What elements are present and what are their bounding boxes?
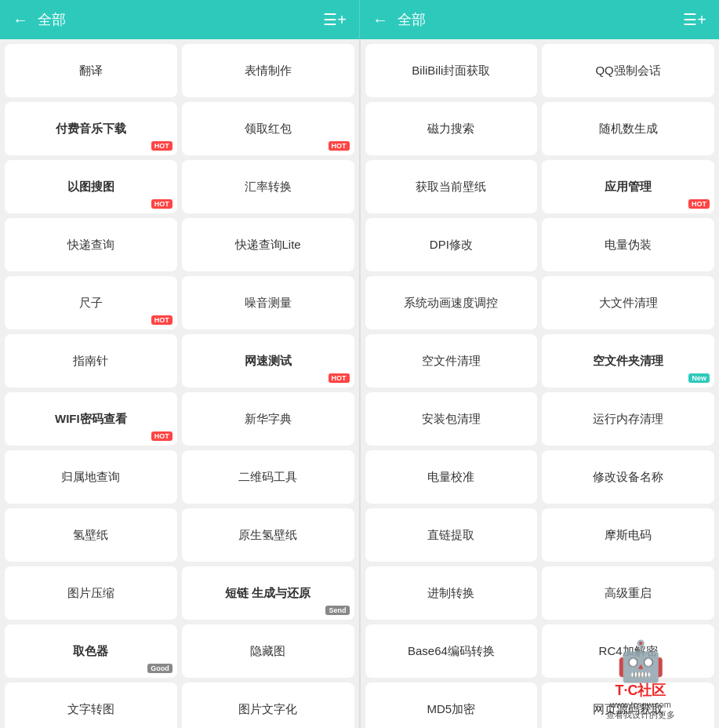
item-label: 付费音乐下载: [56, 121, 126, 136]
left-add-icon[interactable]: ☰+: [323, 10, 347, 29]
list-item[interactable]: 以图搜图HOT: [5, 160, 177, 213]
item-label: 噪音测量: [245, 295, 292, 311]
right-panel-header: ← 全部 ☰+: [359, 0, 719, 39]
item-label: 指南针: [73, 353, 108, 369]
list-item[interactable]: 归属地查询: [5, 450, 177, 504]
item-label: 安装包清理: [422, 411, 481, 427]
list-item[interactable]: 取色器Good: [5, 624, 177, 678]
list-item[interactable]: DPI修改: [365, 218, 538, 271]
list-item[interactable]: 电量校准: [365, 450, 538, 504]
main-content: 翻译表情制作付费音乐下载HOT领取红包HOT以图搜图HOT汇率转换快递查询快递查…: [0, 39, 719, 728]
list-item[interactable]: 噪音测量: [182, 276, 354, 329]
item-label: 翻译: [79, 63, 103, 78]
item-label: 系统动画速度调控: [404, 295, 498, 311]
list-item[interactable]: 大文件清理: [542, 276, 714, 329]
item-label: WIFI密码查看: [55, 411, 127, 427]
item-label: 直链提取: [427, 527, 474, 543]
right-add-icon[interactable]: ☰+: [683, 10, 706, 29]
list-item[interactable]: 快递查询Lite: [182, 218, 354, 271]
list-item[interactable]: 短链 生成与还原Send: [182, 566, 354, 620]
list-item[interactable]: 汇率转换: [182, 160, 354, 213]
badge: HOT: [151, 199, 172, 209]
left-panel-header: ← 全部 ☰+: [0, 0, 359, 39]
list-item[interactable]: BiliBili封面获取: [365, 44, 538, 97]
badge: HOT: [151, 141, 172, 151]
item-label: 汇率转换: [245, 179, 292, 195]
item-label: 进制转换: [427, 585, 474, 601]
top-bar: ← 全部 ☰+ ← 全部 ☰+: [0, 0, 719, 39]
list-item[interactable]: 运行内存清理: [542, 392, 714, 446]
list-item[interactable]: 原生氢壁纸: [182, 508, 354, 562]
list-item[interactable]: 修改设备名称: [542, 450, 714, 504]
badge: HOT: [151, 315, 172, 325]
right-back-icon[interactable]: ←: [372, 11, 388, 29]
item-label: DPI修改: [430, 237, 473, 253]
list-item[interactable]: 氢壁纸: [5, 508, 177, 562]
list-item[interactable]: 指南针: [5, 334, 177, 388]
item-label: 快递查询Lite: [235, 237, 301, 253]
left-back-icon[interactable]: ←: [13, 11, 28, 29]
badge: HOT: [329, 141, 350, 151]
item-label: 摩斯电码: [605, 527, 652, 543]
item-label: BiliBili封面获取: [412, 63, 490, 78]
list-item[interactable]: 表情制作: [182, 44, 354, 97]
list-item[interactable]: 电量伪装: [542, 218, 714, 271]
item-label: 图片文字化: [238, 701, 297, 717]
item-label: 磁力搜索: [427, 121, 474, 136]
item-label: 图片压缩: [67, 585, 114, 601]
item-label: 领取红包: [245, 121, 292, 136]
item-label: 修改设备名称: [593, 469, 663, 485]
item-label: 二维码工具: [238, 469, 297, 485]
badge: New: [688, 373, 710, 383]
list-item[interactable]: 图片文字化: [182, 682, 354, 728]
list-item[interactable]: 尺子HOT: [5, 276, 177, 329]
item-label: 原生氢壁纸: [238, 527, 297, 543]
list-item[interactable]: 高级重启: [542, 566, 714, 620]
list-item[interactable]: 翻译: [5, 44, 177, 97]
right-items-grid: BiliBili封面获取QQ强制会话磁力搜索随机数生成获取当前壁纸应用管理HOT…: [365, 44, 715, 728]
list-item[interactable]: QQ强制会话: [542, 44, 714, 97]
item-label: 电量校准: [427, 469, 474, 485]
list-item[interactable]: Base64编码转换: [365, 624, 538, 678]
left-panel-title: 全部: [38, 10, 66, 29]
item-label: RC4加解密: [599, 643, 658, 659]
list-item[interactable]: 空文件清理: [365, 334, 538, 388]
list-item[interactable]: WIFI密码查看HOT: [5, 392, 177, 446]
list-item[interactable]: 磁力搜索: [365, 102, 538, 155]
list-item[interactable]: 随机数生成: [542, 102, 714, 155]
list-item[interactable]: 文字转图: [5, 682, 177, 728]
list-item[interactable]: 网页源码获取: [542, 682, 714, 728]
item-label: MD5加密: [427, 701, 476, 717]
list-item[interactable]: 系统动画速度调控: [365, 276, 538, 329]
badge: HOT: [688, 199, 710, 209]
list-item[interactable]: 新华字典: [182, 392, 354, 446]
list-item[interactable]: RC4加解密: [542, 624, 714, 678]
badge: HOT: [329, 373, 350, 383]
list-item[interactable]: 安装包清理: [365, 392, 538, 446]
list-item[interactable]: 领取红包HOT: [182, 102, 354, 155]
item-label: 大文件清理: [599, 295, 658, 311]
list-item[interactable]: 图片压缩: [5, 566, 177, 620]
list-item[interactable]: 付费音乐下载HOT: [5, 102, 177, 155]
list-item[interactable]: 二维码工具: [182, 450, 354, 504]
list-item[interactable]: 摩斯电码: [542, 508, 714, 562]
list-item[interactable]: 快递查询: [5, 218, 177, 271]
list-item[interactable]: 应用管理HOT: [542, 160, 714, 213]
item-label: 归属地查询: [61, 469, 120, 485]
list-item[interactable]: 直链提取: [365, 508, 538, 562]
list-item[interactable]: 空文件夹清理New: [542, 334, 714, 388]
item-label: 获取当前壁纸: [416, 179, 486, 195]
badge: Send: [325, 606, 349, 615]
list-item[interactable]: 网速测试HOT: [182, 334, 354, 388]
item-label: 文字转图: [67, 701, 114, 717]
item-label: 氢壁纸: [73, 527, 108, 543]
item-label: 高级重启: [605, 585, 652, 601]
list-item[interactable]: 获取当前壁纸: [365, 160, 538, 213]
item-label: 隐藏图: [250, 643, 285, 659]
list-item[interactable]: 进制转换: [365, 566, 538, 620]
item-label: 应用管理: [605, 179, 652, 195]
list-item[interactable]: MD5加密: [365, 682, 538, 728]
item-label: 以图搜图: [67, 179, 114, 195]
list-item[interactable]: 隐藏图: [182, 624, 354, 678]
item-label: 尺子: [79, 295, 103, 311]
